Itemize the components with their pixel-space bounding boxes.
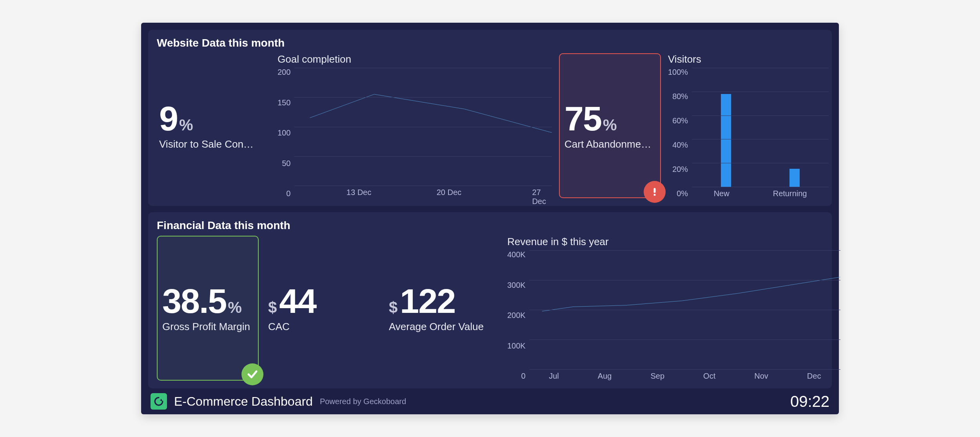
margin-unit: % xyxy=(228,299,242,316)
revenue-chart-title: Revenue in $ this year xyxy=(507,236,840,248)
conversion-stat: 9% Visitor to Sale Con… xyxy=(157,53,270,198)
cart-abandonment-stat: 75% Cart Abandonmen… xyxy=(559,53,661,198)
aov-stat: $122 Average Order Value xyxy=(387,236,500,381)
logo-icon xyxy=(151,393,167,410)
aov-prefix: $ xyxy=(389,299,397,316)
margin-stat: 38.5% Gross Profit Margin xyxy=(157,236,259,381)
powered-by: Powered by Geckoboard xyxy=(320,397,406,406)
margin-value: 38.5 xyxy=(162,282,226,320)
website-panel-title: Website Data this month xyxy=(157,37,823,49)
margin-label: Gross Profit Margin xyxy=(162,321,253,333)
bar xyxy=(789,169,800,187)
conversion-unit: % xyxy=(179,116,193,134)
alert-icon xyxy=(644,181,666,203)
aov-label: Average Order Value xyxy=(389,321,498,333)
svg-rect-1 xyxy=(654,194,656,196)
cac-stat: $44 CAC xyxy=(266,236,379,381)
website-panel: Website Data this month 9% Visitor to Sa… xyxy=(148,30,832,206)
dashboard: Website Data this month 9% Visitor to Sa… xyxy=(141,23,839,414)
visitors-plot-area xyxy=(692,68,829,187)
revenue-x-axis: JulAugSepOctNovDec xyxy=(530,372,840,381)
goal-chart-title: Goal completion xyxy=(278,53,552,65)
goal-y-axis: 200150100500 xyxy=(278,68,294,198)
cac-value: 44 xyxy=(279,282,316,320)
goal-x-axis: 13 Dec20 Dec27 Dec xyxy=(294,188,552,198)
clock: 09:22 xyxy=(790,393,829,410)
revenue-plot-area xyxy=(530,250,840,369)
aov-value: 122 xyxy=(400,282,455,320)
conversion-label: Visitor to Sale Con… xyxy=(159,138,268,150)
goal-completion-chart: Goal completion 200150100500 13 Dec20 De… xyxy=(278,53,552,198)
financial-panel: Financial Data this month 38.5% Gross Pr… xyxy=(148,212,832,388)
dashboard-title: E-Commerce Dashboard xyxy=(174,394,313,409)
visitors-chart: Visitors 100%80%60%40%20%0% NewReturning xyxy=(668,53,829,198)
financial-panel-title: Financial Data this month xyxy=(157,219,823,232)
revenue-y-axis: 400K300K200K100K0 xyxy=(507,250,530,381)
revenue-chart: Revenue in $ this year 400K300K200K100K0… xyxy=(507,236,840,381)
cac-label: CAC xyxy=(268,321,377,333)
svg-rect-0 xyxy=(654,188,656,193)
goal-plot-area xyxy=(294,68,552,186)
conversion-value: 9 xyxy=(159,99,178,138)
visitors-chart-title: Visitors xyxy=(668,53,829,65)
bar xyxy=(721,94,731,187)
footer: E-Commerce Dashboard Powered by Geckoboa… xyxy=(148,388,832,414)
abandonment-value: 75 xyxy=(564,99,601,138)
abandonment-label: Cart Abandonmen… xyxy=(564,138,655,150)
visitors-x-axis: NewReturning xyxy=(692,189,829,198)
cac-prefix: $ xyxy=(268,299,277,316)
check-icon xyxy=(241,363,263,385)
abandonment-unit: % xyxy=(603,116,617,134)
visitors-y-axis: 100%80%60%40%20%0% xyxy=(668,68,692,198)
